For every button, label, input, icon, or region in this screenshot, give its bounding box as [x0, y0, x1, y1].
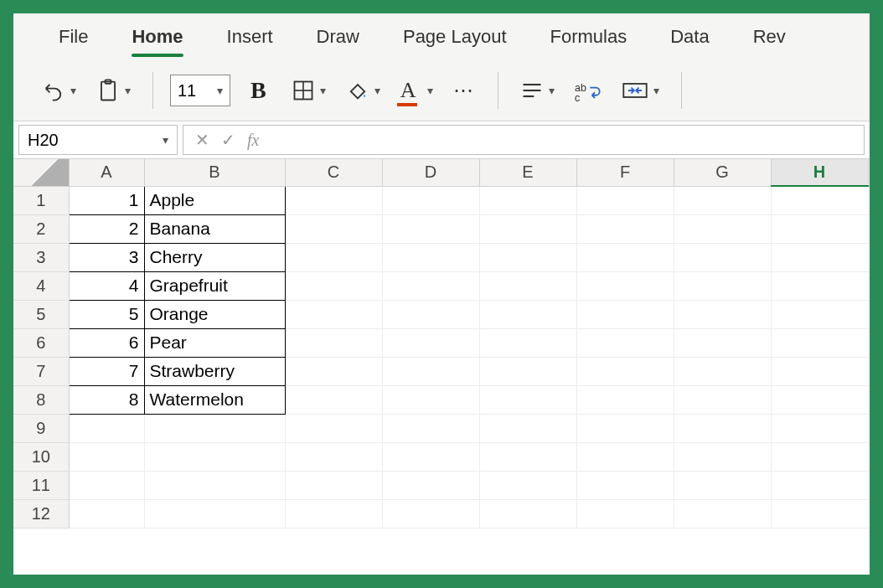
row-header-6[interactable]: 6 — [13, 328, 69, 357]
chevron-down-icon: ▾ — [125, 84, 131, 97]
wrap-text-icon: abc — [575, 80, 602, 101]
clipboard-icon — [96, 78, 120, 103]
wrap-text-button[interactable]: abc — [570, 75, 607, 106]
cell-a1[interactable]: 1 — [69, 186, 144, 214]
select-all-corner[interactable] — [13, 159, 69, 186]
cell-a5[interactable]: 5 — [69, 300, 144, 328]
cell-b1[interactable]: Apple — [144, 186, 285, 214]
formula-input[interactable] — [271, 125, 865, 155]
svg-text:c: c — [575, 92, 580, 101]
chevron-down-icon: ▾ — [217, 84, 223, 97]
toolbar: ▾ ▾ 11 ▾ B ▾ ▾ — [13, 60, 870, 121]
row-header-9[interactable]: 9 — [13, 414, 69, 442]
column-header-g[interactable]: G — [674, 159, 771, 186]
merge-button[interactable]: ▾ — [617, 75, 664, 106]
tab-data[interactable]: Data — [648, 13, 731, 60]
toolbar-separator — [681, 72, 682, 109]
undo-icon — [42, 79, 65, 102]
bold-button[interactable]: B — [244, 77, 273, 104]
row-header-8[interactable]: 8 — [13, 385, 69, 414]
font-color-swatch — [397, 103, 417, 106]
svg-rect-0 — [101, 82, 115, 101]
chevron-down-icon: ▾ — [427, 84, 433, 97]
align-icon — [520, 80, 544, 101]
fx-icon[interactable]: fx — [247, 131, 259, 150]
row-header-5[interactable]: 5 — [13, 300, 69, 328]
column-header-c[interactable]: C — [285, 159, 382, 186]
align-button[interactable]: ▾ — [515, 75, 560, 106]
column-header-blank[interactable] — [868, 159, 870, 186]
row-header-10[interactable]: 10 — [13, 442, 69, 471]
cell-d1[interactable] — [382, 186, 479, 214]
more-formatting-button[interactable]: ⋯ — [448, 74, 481, 107]
borders-button[interactable]: ▾ — [287, 74, 331, 107]
column-header-f[interactable]: F — [576, 159, 674, 186]
tab-insert[interactable]: Insert — [205, 13, 295, 60]
row-header-12[interactable]: 12 — [13, 499, 69, 528]
row-header-3[interactable]: 3 — [13, 243, 69, 271]
undo-button[interactable]: ▾ — [37, 74, 81, 107]
font-color-button[interactable]: A ▾ — [395, 73, 439, 108]
cell-a4[interactable]: 4 — [69, 271, 144, 300]
column-header-b[interactable]: B — [144, 159, 285, 186]
cell-b4[interactable]: Grapefruit — [144, 271, 285, 300]
tab-page-layout[interactable]: Page Layout — [381, 13, 529, 60]
cell-b2[interactable]: Banana — [144, 214, 285, 243]
toolbar-separator — [498, 72, 498, 109]
cell-b8[interactable]: Watermelon — [144, 385, 285, 414]
cell-a2[interactable]: 2 — [69, 214, 144, 243]
merge-icon — [622, 80, 648, 101]
border-icon — [292, 79, 315, 102]
more-icon: ⋯ — [453, 79, 476, 102]
cell-b3[interactable]: Cherry — [144, 243, 285, 271]
formula-confirm-button[interactable]: ✓ — [221, 130, 235, 150]
paint-bucket-icon — [346, 79, 369, 102]
cell-e1[interactable] — [479, 186, 576, 214]
toolbar-separator — [152, 72, 153, 109]
cell-a3[interactable]: 3 — [69, 243, 144, 271]
cell-b5[interactable]: Orange — [144, 300, 285, 328]
chevron-down-icon: ▾ — [163, 133, 168, 147]
font-size-select[interactable]: 11 ▾ — [170, 75, 230, 106]
cell-a6[interactable]: 6 — [69, 328, 144, 357]
column-header-a[interactable]: A — [69, 159, 144, 186]
cell-g1[interactable] — [674, 186, 771, 214]
column-header-e[interactable]: E — [479, 159, 576, 186]
tab-home[interactable]: Home — [110, 13, 204, 60]
cell-h1[interactable] — [771, 186, 868, 214]
row-header-1[interactable]: 1 — [13, 186, 69, 214]
chevron-down-icon: ▾ — [549, 84, 555, 97]
cell-f1[interactable] — [576, 186, 674, 214]
formula-cancel-button[interactable]: ✕ — [195, 130, 209, 150]
chevron-down-icon: ▾ — [374, 84, 380, 97]
column-header-d[interactable]: D — [382, 159, 479, 186]
tab-formulas[interactable]: Formulas — [529, 13, 649, 60]
tab-draw[interactable]: Draw — [295, 13, 381, 60]
cell-a8[interactable]: 8 — [69, 385, 144, 414]
fill-color-button[interactable]: ▾ — [341, 74, 385, 107]
formula-bar: H20 ▾ ✕ ✓ fx — [13, 121, 870, 159]
spreadsheet-grid[interactable]: A B C D E F G H 1 1 Apple — [13, 159, 870, 529]
row-header-11[interactable]: 11 — [13, 471, 69, 499]
cell-b6[interactable]: Pear — [144, 328, 285, 357]
cell-i1[interactable] — [868, 186, 870, 214]
row-header-7[interactable]: 7 — [13, 357, 69, 385]
cell-b7[interactable]: Strawberry — [144, 357, 285, 385]
name-box-value: H20 — [28, 131, 59, 150]
chevron-down-icon: ▾ — [320, 84, 326, 97]
chevron-down-icon: ▾ — [653, 84, 659, 97]
row-header-4[interactable]: 4 — [13, 271, 69, 300]
paste-button[interactable]: ▾ — [91, 73, 136, 108]
column-header-h[interactable]: H — [771, 159, 868, 186]
font-color-icon: A — [400, 78, 416, 103]
tab-review[interactable]: Rev — [731, 13, 808, 60]
tab-file[interactable]: File — [37, 13, 110, 60]
chevron-down-icon: ▾ — [70, 84, 76, 97]
font-size-value: 11 — [178, 81, 196, 101]
cell-a7[interactable]: 7 — [69, 357, 144, 385]
row-header-2[interactable]: 2 — [13, 214, 69, 243]
cell-c1[interactable] — [285, 186, 382, 214]
name-box[interactable]: H20 ▾ — [18, 125, 178, 155]
ribbon-tabs: File Home Insert Draw Page Layout Formul… — [13, 13, 870, 60]
